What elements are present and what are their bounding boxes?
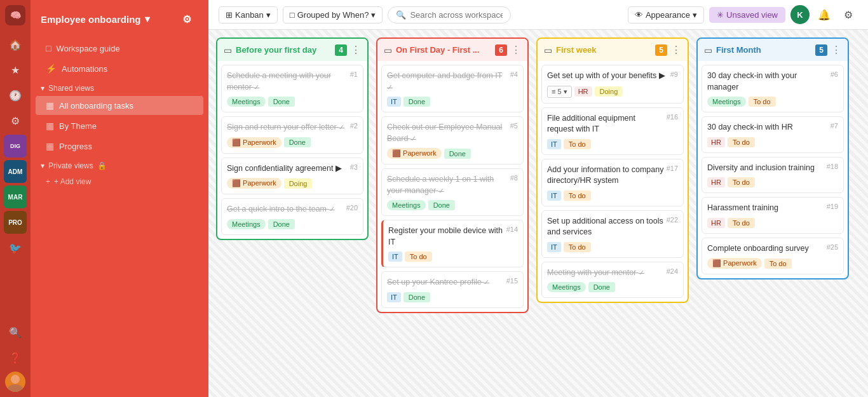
help-icon[interactable]: ❓ [4, 346, 27, 369]
grouped-icon: □ [290, 10, 295, 20]
tag-it-c15: IT [387, 292, 401, 302]
task-card-c9[interactable]: Get set up with of your benefits ▶ #9 ≡ … [541, 65, 684, 104]
task-num-c22: #22 [667, 216, 678, 224]
status-c3: Doing [284, 178, 313, 189]
workspace-settings-icon[interactable]: ⚙ [175, 8, 198, 30]
task-title-c19: Harassment training [707, 203, 778, 214]
settings-icon[interactable]: ⚙ [839, 5, 858, 24]
tag-meetings-c20: Meetings [227, 219, 266, 229]
task-num-c6: #6 [831, 71, 838, 78]
collapse-icon-col2[interactable]: ▭ [384, 45, 392, 55]
svg-point-0 [11, 375, 20, 384]
task-title-c20: Get a quick intro to the team ✓ [227, 204, 335, 215]
task-num-c3: #3 [350, 163, 358, 171]
task-card-c6[interactable]: 30 day check-in with your manager #6 Mee… [702, 65, 844, 112]
status-c14: To do [405, 252, 432, 262]
col-header-on-first-day: ▭ On First Day - First ... 6 ⋮ [377, 39, 527, 61]
private-views-section[interactable]: ▾ Private views 🔒 [31, 156, 208, 173]
column-first-week: ▭ First week 5 ⋮ Get set up with of your… [536, 37, 689, 303]
unsaved-view-button[interactable]: ✳ Unsaved view [709, 7, 785, 23]
kanban-label: Kanban [235, 10, 264, 20]
tag-paperwork-c2: 🟫 Paperwork [227, 137, 281, 148]
sidebar-item-all-onboarding[interactable]: ▦ All onboarding tasks [36, 96, 203, 115]
task-card-c17[interactable]: Add your information to company director… [541, 159, 684, 206]
task-card-c22[interactable]: Set up additional access on tools and se… [541, 210, 684, 258]
chart-icon[interactable]: ⚙ [4, 109, 27, 132]
tag-hr-c7: HR [707, 137, 725, 147]
clock-icon[interactable]: 🕐 [4, 84, 27, 107]
pro-badge[interactable]: PRO [4, 211, 27, 234]
task-card-c2[interactable]: Sign and return your offer letter ✓ #2 🟫… [221, 116, 363, 154]
status-c1: Done [268, 97, 295, 107]
star-icon[interactable]: ★ [4, 58, 27, 81]
appearance-button[interactable]: 👁 Appearance ▾ [628, 6, 704, 24]
col-menu-col4[interactable]: ⋮ [831, 44, 841, 56]
column-first-month: ▭ First Month 5 ⋮ 30 day check-in with y… [696, 37, 849, 279]
sidebar-item-progress[interactable]: ▦ Progress [36, 137, 203, 156]
mar-badge[interactable]: MAR [4, 185, 27, 208]
task-card-c24[interactable]: Meeting with your mentor ✓ #24 Meetings … [541, 262, 684, 299]
task-card-c18[interactable]: Diversity and inclusion training #18 HR … [702, 157, 844, 194]
task-card-c16[interactable]: File additional equipment request with I… [541, 107, 684, 155]
shared-views-section[interactable]: ▾ Shared views [31, 79, 208, 95]
task-card-c20[interactable]: Get a quick intro to the team ✓ #20 Meet… [221, 198, 363, 235]
shared-views-label: Shared views [48, 84, 94, 93]
appearance-label: Appearance [646, 10, 690, 20]
col-header-first-month: ▭ First Month 5 ⋮ [698, 39, 848, 61]
progress-label: Progress [59, 142, 92, 151]
sidebar-item-automations[interactable]: ⚡ Automations [36, 59, 203, 78]
task-card-c7[interactable]: 30 day check-in with HR #7 HR To do [702, 116, 844, 153]
task-num-c20: #20 [346, 204, 358, 212]
col-header-before-first-day: ▭ Before your first day 4 ⋮ [217, 39, 367, 61]
task-card-c8[interactable]: Schedule a weekly 1 on 1 with your manag… [381, 168, 524, 216]
col-count-on-first-day: 6 [495, 44, 507, 56]
kanban-area: ▭ Before your first day 4 ⋮ Schedule a m… [208, 30, 868, 397]
task-card-c1[interactable]: Schedule a meeting with your mentor ✓ #1… [221, 65, 363, 112]
bird-icon[interactable]: 🐦 [4, 236, 27, 259]
collapse-icon-col1[interactable]: ▭ [224, 45, 232, 55]
collapse-icon-col4[interactable]: ▭ [704, 45, 712, 55]
column-before-first-day: ▭ Before your first day 4 ⋮ Schedule a m… [216, 37, 369, 240]
tag-it-c14: IT [388, 252, 402, 262]
grouped-button[interactable]: □ Grouped by When? ▾ [283, 6, 383, 24]
home-icon[interactable]: 🏠 [4, 33, 27, 56]
col-title-first-month: First Month [716, 45, 811, 55]
kanban-button[interactable]: ⊞ Kanban ▾ [219, 6, 278, 24]
task-card-c3[interactable]: Sign confidentiality agreement ▶ #3 🟫 Pa… [221, 158, 363, 195]
status-c25: To do [764, 259, 792, 269]
task-card-c5[interactable]: Check out our Employee Manual Board ✓ #5… [381, 116, 524, 165]
collapse-icon-col3[interactable]: ▭ [544, 45, 552, 55]
dig-badge[interactable]: DIG [4, 135, 27, 158]
col-body-col2: Get computer and badge from IT ✓ #4 IT D… [377, 61, 527, 312]
task-card-c14[interactable]: Register your mobile device with IT #14 … [381, 220, 524, 267]
task-card-c19[interactable]: Harassment training #19 HR To do [702, 197, 844, 234]
user-avatar-sidebar[interactable] [5, 372, 25, 392]
col-menu-col3[interactable]: ⋮ [671, 44, 681, 56]
col-menu-col2[interactable]: ⋮ [511, 44, 521, 56]
add-view-button[interactable]: + + Add view [36, 173, 203, 190]
search-sidebar-icon[interactable]: 🔍 [4, 321, 27, 344]
notification-icon[interactable]: 🔔 [815, 5, 834, 24]
col-body-col1: Schedule a meeting with your mentor ✓ #1… [217, 61, 367, 239]
workspace-title[interactable]: Employee onboarding ▾ [41, 13, 150, 25]
toolbar: ⊞ Kanban ▾ □ Grouped by When? ▾ 🔍 👁 Appe… [208, 0, 868, 30]
task-card-c25[interactable]: Complete onboarding survey #25 🟫 Paperwo… [702, 238, 844, 275]
task-card-c4[interactable]: Get computer and badge from IT ✓ #4 IT D… [381, 65, 524, 112]
app-logo[interactable]: 🧠 [5, 5, 25, 25]
search-input[interactable] [410, 10, 503, 20]
tag-paperwork-c25: 🟫 Paperwork [707, 258, 762, 269]
task-num-c9: #9 [670, 71, 678, 78]
user-avatar-k[interactable]: K [790, 5, 810, 24]
adm-badge[interactable]: ADM [4, 160, 27, 183]
search-bar[interactable]: 🔍 [388, 6, 511, 24]
task-title-c5: Check out our Employee Manual Board ✓ [387, 122, 508, 144]
sidebar-item-workspace-guide[interactable]: □ Workspace guide [36, 39, 203, 58]
task-title-c24: Meeting with your mentor ✓ [547, 267, 644, 279]
status-c15: Done [403, 292, 430, 302]
task-card-c15[interactable]: Set up your Kantree profile ✓ #15 IT Don… [381, 271, 524, 308]
kanban-icon: ⊞ [226, 10, 233, 20]
sidebar-item-by-theme[interactable]: ▦ By Theme [36, 116, 203, 135]
svg-point-1 [8, 384, 23, 392]
col-menu-col1[interactable]: ⋮ [351, 44, 361, 56]
tag-meetings-c8: Meetings [387, 200, 426, 210]
